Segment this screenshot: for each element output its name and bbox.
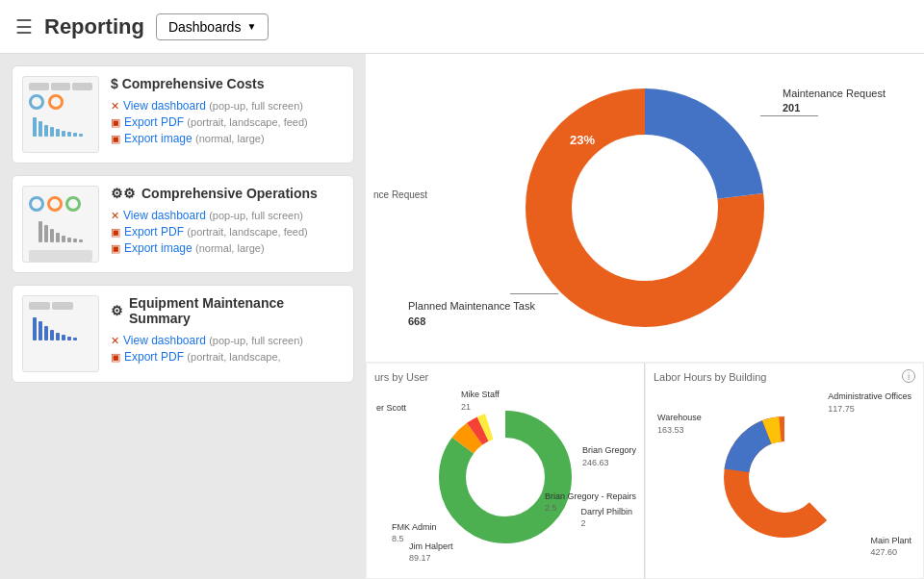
img-link-costs[interactable]: Export image: [124, 132, 192, 145]
top-chart-panel: nce Request 23% 77% Maintenance Request …: [366, 54, 924, 363]
view-link-ops[interactable]: View dashboard: [123, 209, 206, 222]
labor-hours-label: Labor Hours by Building: [654, 371, 766, 383]
connector-line-1: [760, 115, 818, 116]
user-legend-brian: Brian Gregory246.63: [582, 444, 636, 468]
img-sub-costs: (normal, large): [195, 133, 265, 144]
segment1-label: Maintenance Request: [783, 87, 886, 101]
pdf-link-ops[interactable]: Export PDF: [124, 225, 184, 239]
card-actions-ops: ✕ View dashboard (pop-up, full screen) ▣…: [111, 209, 344, 255]
img-icon-ops: ▣: [111, 242, 120, 255]
ops-title-text: Comprehensive Operations: [141, 186, 318, 201]
img-sub-ops: (normal, large): [195, 242, 265, 254]
bldg-legend-mainplant: Main Plant427.60: [870, 535, 911, 559]
view-link-equip[interactable]: View dashboard: [123, 334, 206, 347]
card-thumbnail-ops: [22, 186, 99, 263]
labor-hours-title: Labor Hours by Building: [654, 371, 915, 383]
pdf-icon-costs: ▣: [111, 116, 120, 129]
dashboards-label: Dashboards: [168, 19, 242, 35]
partial-label-left: urs by User: [374, 371, 428, 383]
view-sub-costs: (pop-up, full screen): [209, 100, 303, 112]
pct-77-label: 77%: [477, 255, 502, 269]
view-icon-costs: ✕: [111, 100, 119, 113]
view-dashboard-costs: ✕ View dashboard (pop-up, full screen): [111, 99, 344, 113]
segment2-value: 668: [408, 315, 535, 329]
pdf-link-costs[interactable]: Export PDF: [124, 115, 184, 129]
user-donut-chart: [419, 400, 592, 554]
main-layout: $ Comprehensive Costs ✕ View dashboard (…: [0, 54, 924, 579]
user-legend-jim: Jim Halpert89.17: [409, 541, 453, 565]
segment2-legend: Planned Maintenance Task 668: [408, 299, 535, 329]
card-comprehensive-costs: $ Comprehensive Costs ✕ View dashboard (…: [12, 65, 354, 164]
pdf-sub-ops: (portrait, landscape, feed): [187, 226, 307, 238]
export-pdf-equip: ▣ Export PDF (portrait, landscape,: [111, 350, 344, 364]
thumb-bars-equip: [29, 314, 92, 344]
info-text: i: [908, 371, 910, 382]
equip-title-text: Equipment Maintenance Summary: [129, 295, 344, 326]
view-link-costs[interactable]: View dashboard: [123, 99, 206, 113]
card-thumbnail-equip: [22, 295, 99, 372]
img-icon-costs: ▣: [111, 133, 120, 145]
segment1-legend: Maintenance Request 201: [783, 87, 886, 116]
card-actions-costs: ✕ View dashboard (pop-up, full screen) ▣…: [111, 99, 344, 145]
segment2-label: Planned Maintenance Task: [408, 299, 535, 314]
card-comprehensive-ops: ⚙⚙ Comprehensive Operations ✕ View dashb…: [12, 175, 354, 273]
costs-title-text: $ Comprehensive Costs: [111, 76, 265, 91]
img-link-ops[interactable]: Export image: [124, 241, 192, 255]
view-icon-ops: ✕: [111, 210, 119, 222]
card-content-ops: ⚙⚙ Comprehensive Operations ✕ View dashb…: [111, 186, 344, 263]
user-legend-darryl: Darryl Philbin2: [580, 506, 632, 530]
hamburger-icon[interactable]: ☰: [15, 15, 33, 38]
main-donut-chart: [510, 73, 780, 342]
bldg-legend-warehouse: Warehouse163.53: [657, 412, 702, 436]
info-icon[interactable]: i: [902, 369, 915, 383]
card-title-costs: $ Comprehensive Costs: [111, 76, 344, 91]
sidebar: $ Comprehensive Costs ✕ View dashboard (…: [0, 54, 366, 579]
user-legend-scott: er Scott: [376, 402, 406, 415]
labor-hours-building-panel: Labor Hours by Building i: [645, 363, 924, 579]
view-sub-equip: (pop-up, full screen): [209, 335, 303, 346]
pdf-sub-costs: (portrait, landscape, feed): [187, 116, 307, 128]
card-thumbnail-costs: [22, 76, 99, 153]
segment1-value: 201: [783, 101, 886, 115]
hours-by-user-title: urs by User: [374, 371, 636, 383]
page-title: Reporting: [44, 14, 144, 39]
connector-line-2: [510, 293, 558, 294]
pdf-link-equip[interactable]: Export PDF: [124, 350, 184, 364]
content-area: nce Request 23% 77% Maintenance Request …: [366, 54, 924, 579]
bldg-legend-admin: Administrative Offices117.75: [828, 390, 911, 415]
pdf-icon-ops: ▣: [111, 226, 120, 239]
export-img-ops: ▣ Export image (normal, large): [111, 241, 344, 255]
card-actions-equip: ✕ View dashboard (pop-up, full screen) ▣…: [111, 334, 344, 364]
thumb-bars-ops: [29, 217, 92, 246]
view-dashboard-ops: ✕ View dashboard (pop-up, full screen): [111, 209, 344, 222]
card-title-ops: ⚙⚙ Comprehensive Operations: [111, 186, 344, 201]
card-content-costs: $ Comprehensive Costs ✕ View dashboard (…: [111, 76, 344, 153]
view-icon-equip: ✕: [111, 335, 119, 347]
export-pdf-ops: ▣ Export PDF (portrait, landscape, feed): [111, 225, 344, 239]
pdf-icon-equip: ▣: [111, 351, 120, 364]
pdf-sub-equip: (portrait, landscape,: [187, 351, 280, 363]
app-header: ☰ Reporting Dashboards ▼: [0, 0, 924, 54]
building-donut-chart: [707, 405, 861, 549]
view-sub-ops: (pop-up, full screen): [209, 210, 303, 221]
view-dashboard-equip: ✕ View dashboard (pop-up, full screen): [111, 334, 344, 347]
export-pdf-costs: ▣ Export PDF (portrait, landscape, feed): [111, 115, 344, 129]
hours-by-user-panel: urs by User Mike Staf: [366, 363, 645, 579]
bottom-charts-row: urs by User Mike Staf: [366, 363, 924, 579]
thumb-bars-costs: [29, 113, 92, 140]
export-img-costs: ▣ Export image (normal, large): [111, 132, 344, 145]
caret-icon: ▼: [246, 21, 256, 32]
user-legend-mike: Mike Staff21: [461, 389, 500, 413]
card-equipment-maint: ⚙ Equipment Maintenance Summary ✕ View d…: [12, 285, 354, 383]
pct-23-label: 23%: [570, 133, 595, 147]
card-title-equip: ⚙ Equipment Maintenance Summary: [111, 295, 344, 326]
card-content-equip: ⚙ Equipment Maintenance Summary ✕ View d…: [111, 295, 344, 372]
dashboards-button[interactable]: Dashboards ▼: [156, 13, 269, 40]
